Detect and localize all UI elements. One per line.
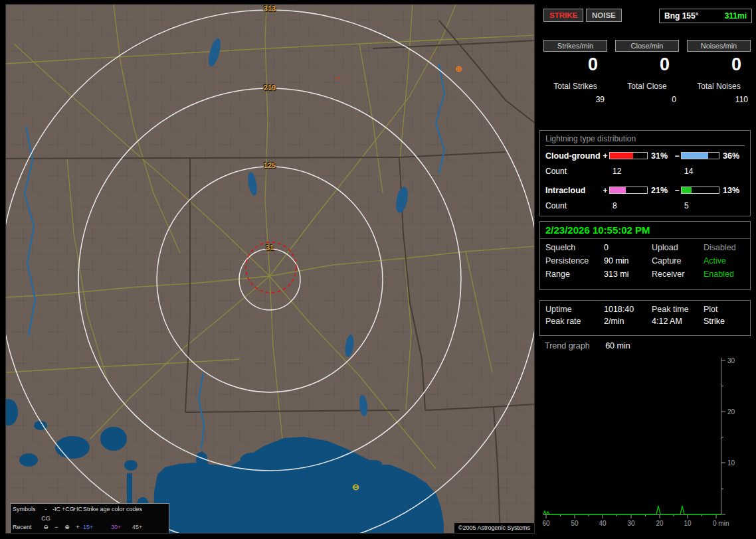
neg-ic-icon: −	[51, 532, 62, 534]
uptime-panel: Uptime 1018:40 Peak time Plot Peak rate …	[539, 300, 751, 336]
strike-symbol-positive-cg-icon: ⊕	[455, 64, 462, 73]
uptime-cell: Strike	[704, 317, 745, 326]
bar-fill	[682, 187, 692, 193]
age-code: 45+	[132, 523, 153, 532]
legend-row-label: Old	[13, 532, 41, 534]
legend-col-label: -CG	[41, 505, 51, 523]
intracloud-count-row: Count 8 5	[545, 198, 745, 213]
legend-recent-row: Recent ⊖ − ⊕ + 15+ 30+ 45+	[13, 523, 167, 532]
datetime-display: 2/23/2026 10:55:02 PM	[540, 222, 750, 239]
close-per-min-button[interactable]: Close/min	[615, 40, 679, 52]
uptime-cell: Uptime	[545, 305, 604, 314]
legend-header-row: Symbols -CG -IC +CG +IC Strike age color…	[13, 505, 167, 523]
age-code: 60+	[83, 532, 111, 534]
intracloud-plus-pct: 21%	[648, 186, 673, 195]
noises-per-min-value: 0	[687, 52, 751, 76]
pos-ic-icon: +	[72, 532, 83, 534]
pos-ic-icon: +	[72, 523, 83, 532]
copyright-notice: ©2005 Astrogenic Systems	[454, 523, 534, 533]
status-cell: Active	[704, 256, 745, 266]
total-strikes-label: Total Strikes	[543, 82, 607, 91]
strike-mode-button[interactable]: STRIKE	[543, 9, 583, 22]
lightning-type-distribution: Lightning type distribution Cloud-ground…	[539, 130, 751, 216]
strike-symbol-negative-cg-icon: ⊖	[352, 483, 359, 491]
uptime-cell: 2/min	[604, 317, 652, 326]
plus-sign: +	[601, 151, 609, 161]
status-cell: 90 min	[604, 256, 652, 266]
status-cell: Persistence	[545, 256, 604, 266]
age-code: 30+	[111, 523, 132, 532]
svg-text:0 min: 0 min	[713, 520, 729, 527]
pos-cg-icon: ⊕	[62, 523, 72, 532]
radar-map[interactable]: 313 219 125 31 ⊕ − ⊖ Symbols -CG -IC +CG…	[5, 4, 535, 534]
distribution-title: Lightning type distribution	[545, 134, 745, 146]
status-cell: Receiver	[652, 270, 704, 279]
cloud-ground-plus-count: 12	[609, 167, 648, 176]
range-ring-label: 313	[252, 5, 287, 13]
bearing-value: Bng 155°	[664, 11, 698, 21]
age-code: 75+	[111, 532, 132, 534]
svg-text:20: 20	[727, 408, 735, 416]
status-cell: Disabled	[704, 243, 745, 252]
minus-sign: −	[673, 186, 681, 195]
count-label: Count	[545, 201, 601, 210]
close-per-min-value: 0	[615, 52, 679, 76]
uptime-cell: Plot	[704, 305, 745, 314]
status-cell: Upload	[652, 243, 704, 252]
legend-age-header: Strike age color codes	[83, 505, 153, 523]
svg-text:10: 10	[684, 520, 692, 527]
mode-toolbar: STRIKE NOISE Bng 155° 311mi	[543, 9, 752, 25]
legend-col-label: +CG	[62, 505, 72, 523]
svg-text:30: 30	[627, 520, 635, 527]
range-ring-label: 125	[252, 161, 287, 169]
svg-text:50: 50	[571, 520, 579, 527]
status-cell: 0	[604, 243, 652, 252]
noises-per-min-button[interactable]: Noises/min	[687, 40, 751, 52]
trend-trace	[543, 506, 721, 514]
svg-text:10: 10	[727, 459, 735, 467]
bar-fill	[610, 153, 633, 159]
intracloud-label: Intracloud	[545, 186, 601, 195]
noise-mode-button[interactable]: NOISE	[586, 9, 622, 22]
total-strikes-value: 39	[543, 95, 607, 104]
svg-text:40: 40	[599, 520, 607, 527]
uptime-cell: Peak rate	[545, 317, 604, 326]
map-legend: Symbols -CG -IC +CG +IC Strike age color…	[10, 503, 169, 534]
cloud-ground-count-row: Count 12 14	[545, 163, 745, 179]
legend-col-label: -IC	[51, 505, 62, 523]
status-sidebar: STRIKE NOISE Bng 155° 311mi Strikes/min …	[539, 0, 756, 539]
close-per-min-column: Close/min 0 Total Close 0	[615, 40, 679, 104]
range-ring-label: 31	[252, 244, 287, 252]
plus-sign: +	[601, 186, 609, 195]
distance-value: 311mi	[725, 11, 747, 21]
cloud-ground-minus-count: 14	[681, 167, 719, 176]
status-cell: Squelch	[545, 243, 604, 252]
total-close-label: Total Close	[615, 82, 679, 91]
strikes-per-min-value: 0	[543, 52, 607, 76]
status-cell: Enabled	[704, 270, 745, 279]
legend-old-row: Old ⊖ − ⊕ + 60+ 75+ 90+	[13, 532, 167, 534]
age-code: 15+	[83, 523, 111, 532]
status-cell: Capture	[652, 256, 704, 266]
legend-symbols-header: Symbols	[13, 505, 41, 523]
uptime-grid: Uptime 1018:40 Peak time Plot Peak rate …	[540, 301, 750, 330]
noises-per-min-column: Noises/min 0 Total Noises 110	[687, 40, 751, 104]
strikes-per-min-column: Strikes/min 0 Total Strikes 39	[543, 40, 607, 104]
trend-graph-label-row: Trend graph 60 min	[545, 341, 630, 350]
cloud-ground-plus-pct: 31%	[648, 151, 673, 161]
svg-text:60: 60	[542, 520, 550, 527]
intracloud-minus-count: 5	[681, 201, 719, 210]
neg-cg-icon: ⊖	[41, 523, 51, 532]
cloud-ground-minus-pct: 36%	[719, 151, 743, 161]
svg-text:20: 20	[656, 520, 664, 527]
uptime-cell: 1018:40	[604, 305, 652, 314]
legend-col-label: +IC	[72, 505, 83, 523]
intracloud-plus-bar	[609, 187, 648, 194]
intracloud-row: Intracloud + 21% − 13%	[545, 183, 745, 198]
range-ring-label: 219	[252, 84, 287, 92]
trend-graph-label: Trend graph	[545, 341, 590, 350]
graph-axes	[543, 358, 725, 518]
intracloud-minus-bar	[681, 187, 719, 194]
neg-cg-icon: ⊖	[41, 532, 51, 534]
strikes-per-min-button[interactable]: Strikes/min	[543, 40, 607, 52]
